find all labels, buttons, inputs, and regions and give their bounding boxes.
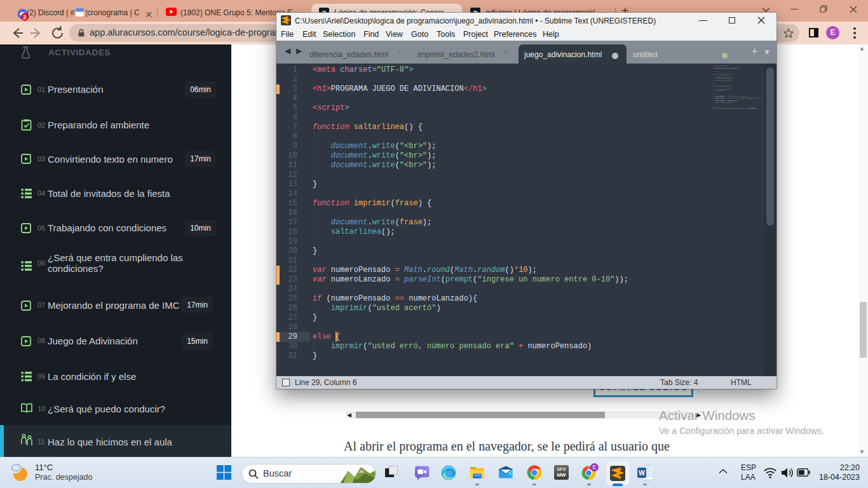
svg-text:W: W: [639, 469, 645, 477]
svg-text:2: 2: [23, 13, 26, 20]
